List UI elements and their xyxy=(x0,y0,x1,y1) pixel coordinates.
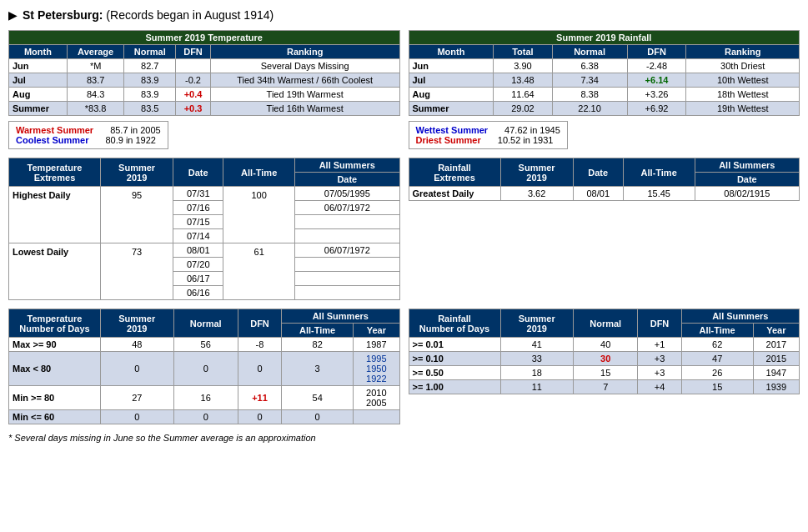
rank-summer: Tied 16th Warmest xyxy=(210,102,399,116)
lowest-daily-val: 73 xyxy=(101,243,173,300)
table-row: Lowest Daily 73 08/01 61 06/07/1972 xyxy=(9,243,400,258)
dfn-aug: +0.4 xyxy=(176,88,211,102)
temp-ext-col4: All-Time xyxy=(223,158,295,187)
rain-table-title: Summer 2019 Rainfall xyxy=(409,31,800,45)
temp-days-alltime: All-Time xyxy=(282,324,354,338)
wettest-row: Wettest Summer 47.62 in 1945 xyxy=(416,125,560,135)
highest-daily-val: 95 xyxy=(101,187,173,243)
rain-normal-jul: 7.34 xyxy=(552,73,627,88)
temp-ext-table: TemperatureExtremes Summer2019 Date All-… xyxy=(8,158,400,300)
avg-aug: 84.3 xyxy=(67,88,124,102)
table-row: Jul 83.7 83.9 -0.2 Tied 34th Warmest / 6… xyxy=(9,73,400,88)
rain-table: Summer 2019 Rainfall Month Total Normal … xyxy=(409,30,800,116)
rain-rank-aug: 18th Wettest xyxy=(686,88,800,102)
temp-col-average: Average xyxy=(67,45,124,59)
rain-dfn-aug: +3.26 xyxy=(627,88,686,102)
dfn-jun xyxy=(176,59,211,73)
greatest-alltime-date: 08/02/1915 xyxy=(695,187,799,201)
rainfall-section: Summer 2019 Rainfall Month Total Normal … xyxy=(409,30,800,149)
temp-table-title: Summer 2019 Temperature xyxy=(9,31,400,45)
table-row: >= 0.10 33 30 +3 47 2015 xyxy=(409,352,800,366)
max80-alltime: 3 xyxy=(282,352,354,386)
rain-dfn-summer: +6.92 xyxy=(627,102,686,116)
rain-days-col1: RainfallNumber of Days xyxy=(409,309,500,338)
rain-ext-table: RainfallExtremes Summer2019 Date All-Tim… xyxy=(409,158,800,201)
highest-daily-date1: 07/31 xyxy=(173,187,223,201)
rain010-label: >= 0.10 xyxy=(409,352,500,366)
warmest-value: 85.7 in 2005 xyxy=(110,125,161,135)
rain-ext-col4: All-Time xyxy=(623,158,695,187)
highest-daily-date4: 07/14 xyxy=(173,229,223,243)
rain-days-table: RainfallNumber of Days Summer2019 Normal… xyxy=(409,309,800,394)
table-row: Max < 80 0 0 0 3 199519501922 xyxy=(9,352,400,386)
rain001-val: 41 xyxy=(500,338,574,352)
temp-ext-col3: Date xyxy=(173,158,223,187)
rain-total-summer: 29.02 xyxy=(494,102,552,116)
rain050-year: 1947 xyxy=(753,366,799,380)
month-aug: Aug xyxy=(9,88,68,102)
highest-alltime-date3 xyxy=(295,215,399,229)
rank-jul: Tied 34th Warmest / 66th Coolest xyxy=(210,73,399,88)
temp-col-month: Month xyxy=(9,45,68,59)
temp-extremes-section: TemperatureExtremes Summer2019 Date All-… xyxy=(8,158,400,300)
table-row: Min <= 60 0 0 0 0 xyxy=(9,410,400,424)
rain-normal-aug: 8.38 xyxy=(552,88,627,102)
table-row: Max >= 90 48 56 -8 82 1987 xyxy=(9,338,400,352)
rain-total-jun: 3.90 xyxy=(494,59,552,73)
table-row: Aug 11.64 8.38 +3.26 18th Wettest xyxy=(409,88,800,102)
min60-year xyxy=(354,410,399,424)
normal-jul: 83.9 xyxy=(124,73,176,88)
rain-normal-summer: 22.10 xyxy=(552,102,627,116)
greatest-daily-label: Greatest Daily xyxy=(409,187,500,201)
max80-val: 0 xyxy=(101,352,174,386)
rain050-val: 18 xyxy=(500,366,574,380)
min60-dfn: 0 xyxy=(238,410,281,424)
min60-alltime: 0 xyxy=(282,410,354,424)
rain-col-month: Month xyxy=(409,45,494,59)
rain-rank-jun: 30th Driest xyxy=(686,59,800,73)
min60-normal: 0 xyxy=(173,410,238,424)
temp-days-section: TemperatureNumber of Days Summer2019 Nor… xyxy=(8,309,400,424)
temp-table: Summer 2019 Temperature Month Average No… xyxy=(8,30,400,116)
temp-days-col5: All Summers xyxy=(282,309,399,324)
coolest-label: Coolest Summer xyxy=(16,135,88,145)
min80-val: 27 xyxy=(101,386,174,410)
rain-rank-summer: 19th Wettest xyxy=(686,102,800,116)
highest-daily-date2: 07/16 xyxy=(173,201,223,215)
rain-col-dfn: DFN xyxy=(627,45,686,59)
rain-dfn-jul: +6.14 xyxy=(627,73,686,88)
rain050-label: >= 0.50 xyxy=(409,366,500,380)
driest-value: 10.52 in 1931 xyxy=(498,135,554,145)
driest-label: Driest Summer xyxy=(416,135,481,145)
temperature-section: Summer 2019 Temperature Month Average No… xyxy=(8,30,400,149)
max90-val: 48 xyxy=(101,338,174,352)
month-summer: Summer xyxy=(9,102,68,116)
greatest-daily-val: 3.62 xyxy=(500,187,573,201)
rain100-normal: 7 xyxy=(574,380,638,394)
temp-extremes-box: Warmest Summer 85.7 in 2005 Coolest Summ… xyxy=(8,121,168,149)
dfn-summer: +0.3 xyxy=(176,102,211,116)
lowest-daily-label: Lowest Daily xyxy=(9,243,101,300)
rain-ext-col5-date: Date xyxy=(695,173,799,187)
table-row: Greatest Daily 3.62 08/01 15.45 08/02/19… xyxy=(409,187,800,201)
temp-days-col4: DFN xyxy=(238,309,281,338)
min80-alltime: 54 xyxy=(282,386,354,410)
lowest-daily-date1: 08/01 xyxy=(173,243,223,258)
max80-year: 199519501922 xyxy=(354,352,399,386)
avg-jun: *M xyxy=(67,59,124,73)
rain010-alltime: 47 xyxy=(681,352,753,366)
min60-label: Min <= 60 xyxy=(9,410,101,424)
normal-summer: 83.5 xyxy=(124,102,176,116)
rain100-alltime: 15 xyxy=(681,380,753,394)
min80-year: 20102005 xyxy=(354,386,399,410)
table-row: >= 0.01 41 40 +1 62 2017 xyxy=(409,338,800,352)
warmest-row: Warmest Summer 85.7 in 2005 xyxy=(16,125,161,135)
warmest-label: Warmest Summer xyxy=(16,125,93,135)
table-row: Jul 13.48 7.34 +6.14 10th Wettest xyxy=(409,73,800,88)
avg-summer: *83.8 xyxy=(67,102,124,116)
wettest-value: 47.62 in 1945 xyxy=(504,125,560,135)
temp-ext-col5-date: Date xyxy=(295,173,399,187)
rain-total-aug: 11.64 xyxy=(494,88,552,102)
highest-alltime-date2: 06/07/1972 xyxy=(295,201,399,215)
greatest-daily-date: 08/01 xyxy=(573,187,623,201)
